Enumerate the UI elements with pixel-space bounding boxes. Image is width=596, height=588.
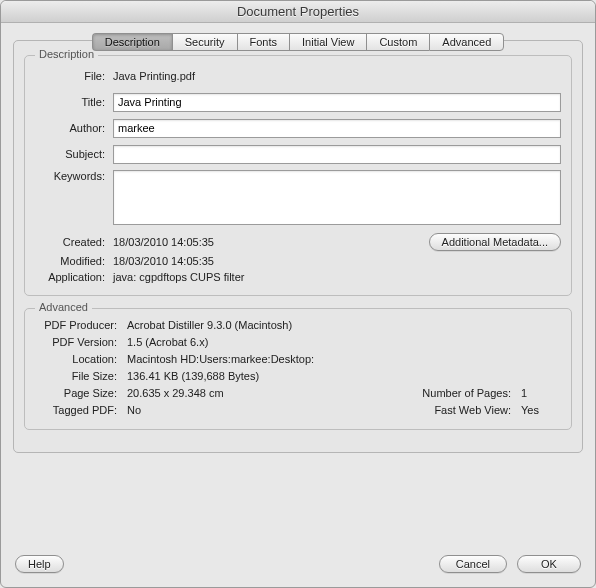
tab-advanced[interactable]: Advanced bbox=[429, 33, 504, 51]
additional-metadata-button[interactable]: Additional Metadata... bbox=[429, 233, 561, 251]
producer-value: Acrobat Distiller 9.3.0 (Macintosh) bbox=[127, 319, 561, 331]
cancel-button[interactable]: Cancel bbox=[439, 555, 507, 573]
help-button[interactable]: Help bbox=[15, 555, 64, 573]
filesize-label: File Size: bbox=[35, 370, 127, 382]
tab-initial-view[interactable]: Initial View bbox=[289, 33, 366, 51]
file-value: Java Printing.pdf bbox=[113, 70, 561, 82]
fastweb-value: Yes bbox=[521, 404, 561, 416]
tab-bar: Description Security Fonts Initial View … bbox=[13, 33, 583, 51]
tab-custom[interactable]: Custom bbox=[366, 33, 429, 51]
description-group: Description File: Java Printing.pdf Titl… bbox=[24, 55, 572, 296]
title-label: Title: bbox=[35, 96, 113, 108]
application-label: Application: bbox=[35, 271, 113, 283]
location-label: Location: bbox=[35, 353, 127, 365]
keywords-input[interactable] bbox=[113, 170, 561, 225]
numpages-label: Number of Pages: bbox=[401, 387, 521, 399]
application-value: java: cgpdftops CUPS filter bbox=[113, 271, 561, 283]
dialog-footer: Help Cancel OK bbox=[15, 555, 581, 573]
producer-label: PDF Producer: bbox=[35, 319, 127, 331]
tab-panel: Description File: Java Printing.pdf Titl… bbox=[13, 40, 583, 453]
window-title: Document Properties bbox=[1, 1, 595, 23]
title-input[interactable] bbox=[113, 93, 561, 112]
modified-label: Modified: bbox=[35, 255, 113, 267]
file-label: File: bbox=[35, 70, 113, 82]
tab-description[interactable]: Description bbox=[92, 33, 172, 51]
pagesize-value: 20.635 x 29.348 cm bbox=[127, 387, 401, 399]
created-value: 18/03/2010 14:05:35 bbox=[113, 236, 429, 248]
tab-security[interactable]: Security bbox=[172, 33, 237, 51]
subject-input[interactable] bbox=[113, 145, 561, 164]
subject-label: Subject: bbox=[35, 148, 113, 160]
advanced-group-label: Advanced bbox=[35, 301, 92, 313]
created-label: Created: bbox=[35, 236, 113, 248]
author-input[interactable] bbox=[113, 119, 561, 138]
keywords-label: Keywords: bbox=[35, 170, 113, 182]
fastweb-label: Fast Web View: bbox=[401, 404, 521, 416]
numpages-value: 1 bbox=[521, 387, 561, 399]
filesize-value: 136.41 KB (139,688 Bytes) bbox=[127, 370, 561, 382]
author-label: Author: bbox=[35, 122, 113, 134]
location-value: Macintosh HD:Users:markee:Desktop: bbox=[127, 353, 561, 365]
pagesize-label: Page Size: bbox=[35, 387, 127, 399]
tagged-value: No bbox=[127, 404, 401, 416]
modified-value: 18/03/2010 14:05:35 bbox=[113, 255, 561, 267]
tab-fonts[interactable]: Fonts bbox=[237, 33, 290, 51]
version-value: 1.5 (Acrobat 6.x) bbox=[127, 336, 561, 348]
tagged-label: Tagged PDF: bbox=[35, 404, 127, 416]
document-properties-window: Document Properties Description Security… bbox=[0, 0, 596, 588]
version-label: PDF Version: bbox=[35, 336, 127, 348]
ok-button[interactable]: OK bbox=[517, 555, 581, 573]
advanced-group: Advanced PDF Producer: Acrobat Distiller… bbox=[24, 308, 572, 430]
window-content: Description Security Fonts Initial View … bbox=[1, 23, 595, 453]
